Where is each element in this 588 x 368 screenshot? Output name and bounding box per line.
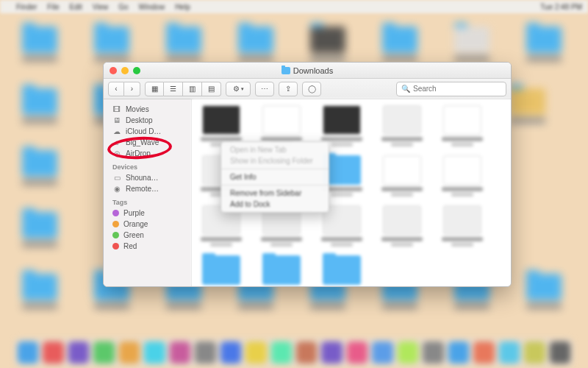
ctx-remove-sidebar[interactable]: Remove from Sidebar (221, 188, 329, 199)
search-input[interactable] (413, 85, 501, 93)
window-title: Downloads (140, 66, 474, 75)
sidebar-item-movies[interactable]: 🎞Movies (104, 104, 191, 115)
list-view-button[interactable]: ☰ (164, 82, 183, 96)
tag-dot-icon (112, 210, 119, 216)
sidebar-item-icloud-drive[interactable]: ☁iCloud D… (104, 126, 191, 137)
search-field[interactable]: 🔍 (396, 82, 506, 96)
ctx-separator (221, 169, 329, 169)
sidebar: 🎞Movies 🖥Desktop ☁iCloud D… ⌂Big_Wave ◎A… (104, 99, 192, 286)
share-button[interactable]: ⇪ (279, 82, 298, 96)
context-menu[interactable]: Open in New Tab Show in Enclosing Folder… (220, 141, 329, 213)
tag-dot-icon (112, 221, 119, 227)
toolbar: ‹ › ▦ ☰ ▥ ▤ ⚙▾ ⋯ ⇪ ◯ 🔍 (104, 79, 511, 99)
ctx-show-enclosing[interactable]: Show in Enclosing Folder (221, 155, 329, 166)
sidebar-heading-devices: Devices (104, 162, 191, 172)
sidebar-heading-tags: Tags (104, 197, 191, 208)
sidebar-item-airdrop[interactable]: ◎AirDrop (104, 148, 191, 159)
ctx-get-info[interactable]: Get Info (221, 171, 329, 183)
sidebar-item-home[interactable]: ⌂Big_Wave (104, 137, 191, 148)
icon-view-button[interactable]: ▦ (145, 82, 164, 96)
sidebar-item-remote-disc[interactable]: ◉Remote… (104, 183, 191, 194)
cloud-icon: ☁ (112, 127, 121, 135)
desktop-icon: 🖥 (112, 116, 121, 124)
sidebar-tag-green[interactable]: Green (104, 230, 191, 241)
menubar: Finder FileEditViewGoWindowHelp Tue 2:48… (0, 0, 588, 13)
column-view-button[interactable]: ▥ (183, 82, 202, 96)
sidebar-item-desktop[interactable]: 🖥Desktop (104, 115, 191, 126)
ctx-separator (221, 185, 329, 185)
tag-dot-icon (112, 243, 119, 250)
arrange-button[interactable]: ⚙▾ (226, 82, 251, 96)
gallery-view-button[interactable]: ▤ (202, 82, 221, 96)
action-button[interactable]: ⋯ (255, 82, 274, 96)
sidebar-tag-purple[interactable]: Purple (104, 208, 191, 219)
folder-icon (282, 67, 290, 74)
laptop-icon: ▭ (112, 174, 121, 182)
sidebar-item-computer[interactable]: ▭Shouna… (104, 172, 191, 183)
forward-button[interactable]: › (124, 82, 140, 96)
home-icon: ⌂ (112, 138, 121, 146)
sidebar-tag-orange[interactable]: Orange (104, 219, 191, 230)
edit-tags-button[interactable]: ◯ (302, 82, 321, 96)
disc-icon: ◉ (112, 185, 121, 193)
airdrop-icon: ◎ (112, 149, 121, 158)
zoom-button[interactable] (133, 67, 140, 74)
ctx-open-new-tab[interactable]: Open in New Tab (221, 144, 329, 155)
search-icon: 🔍 (401, 85, 410, 93)
sidebar-tag-red[interactable]: Red (104, 241, 191, 252)
close-button[interactable] (110, 67, 117, 74)
view-switcher[interactable]: ▦ ☰ ▥ ▤ (145, 82, 221, 96)
ctx-add-dock[interactable]: Add to Dock (221, 199, 329, 210)
back-button[interactable]: ‹ (108, 82, 124, 96)
minimize-button[interactable] (121, 67, 129, 74)
film-icon: 🎞 (112, 105, 121, 113)
titlebar[interactable]: Downloads (104, 63, 511, 79)
dock[interactable] (15, 339, 573, 367)
tag-dot-icon (112, 232, 119, 238)
